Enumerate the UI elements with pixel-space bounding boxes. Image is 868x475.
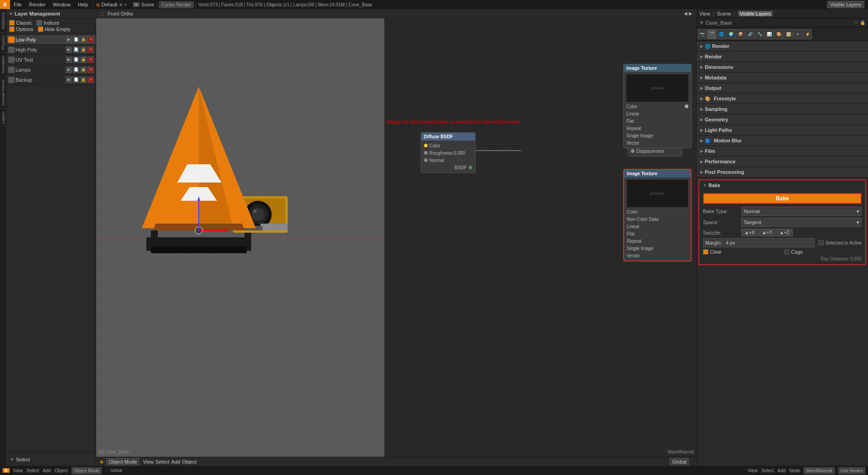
rtab-camera[interactable]: 📷: [698, 29, 707, 39]
layer-item-low-poly[interactable]: Low Poly ▶ 📄 🔒 ✕: [6, 35, 96, 45]
use-nodes-btn[interactable]: Use Nodes: [838, 467, 865, 474]
layer-btn-del[interactable]: ✕: [88, 37, 94, 43]
tab-physics[interactable]: Physics: [0, 32, 6, 52]
options-checkbox[interactable]: Options: [9, 26, 33, 32]
layer-btn-uv-1[interactable]: ▶: [66, 57, 72, 63]
menu-render[interactable]: Render: [26, 0, 49, 9]
layer-btn-1[interactable]: ▶: [66, 37, 72, 43]
layer-btn-lamp-1[interactable]: ▶: [66, 67, 72, 73]
swizzle-x-btn[interactable]: ▲ +X: [741, 229, 758, 236]
dimensions-header[interactable]: ▶ Dimensions: [697, 62, 868, 72]
space-label: Space:: [703, 219, 739, 225]
swizzle-z-btn[interactable]: ▲ +Z: [776, 229, 793, 236]
layer-item-lamps[interactable]: Lamps ▶ 📄 🔒 ✕: [6, 65, 96, 75]
layer-btn-uv-2[interactable]: 📄: [73, 57, 79, 63]
blender-logo[interactable]: B: [0, 0, 10, 9]
rtab-physics[interactable]: ⚡: [803, 29, 812, 39]
clear-cb-icon[interactable]: [703, 249, 708, 255]
add-btn[interactable]: Add: [171, 459, 181, 465]
tab-animation[interactable]: Animation: [0, 52, 6, 77]
motion-blur-header[interactable]: ▶ 🔵 Motion Blur: [697, 136, 868, 146]
hide-empty-checkbox[interactable]: Hide Empty: [38, 26, 71, 32]
node-right[interactable]: Node: [789, 468, 800, 473]
rtab-data[interactable]: 📊: [765, 29, 774, 39]
rtab-particle[interactable]: ✦: [793, 29, 802, 39]
object-mode-bottom[interactable]: Object Mode: [72, 467, 102, 474]
layer-btn-hp-3[interactable]: 🔒: [80, 47, 87, 53]
menu-help[interactable]: Help: [74, 0, 92, 9]
layer-btn-hp-1[interactable]: ▶: [66, 47, 72, 53]
render-header[interactable]: ▶ Render: [697, 52, 868, 62]
layer-btn-bk-3[interactable]: 🔒: [80, 77, 87, 83]
geometry-header[interactable]: ▶ Geometry: [697, 115, 868, 125]
tab-layers[interactable]: Layers: [0, 108, 6, 126]
view-tab[interactable]: View: [699, 11, 710, 16]
layer-btn-bk-1[interactable]: ▶: [66, 77, 72, 83]
layer-btn-uv-del[interactable]: ✕: [88, 57, 94, 63]
rtab-material[interactable]: 🎨: [774, 29, 783, 39]
layer-item-backup[interactable]: Backup ▶ 📄 🔒 ✕: [6, 75, 96, 85]
tab-relations[interactable]: Relations: [0, 9, 6, 32]
classic-checkbox[interactable]: Classic: [9, 20, 32, 26]
view-btn[interactable]: View: [143, 459, 154, 465]
object-btn[interactable]: Object: [182, 459, 196, 465]
object-bottom[interactable]: Object: [55, 468, 68, 473]
render-engine[interactable]: Cycles Render: [159, 1, 194, 8]
rtab-object[interactable]: 📦: [736, 29, 745, 39]
performance-header[interactable]: ▶ Performance: [697, 157, 868, 167]
layer-btn-hp-2[interactable]: 📄: [73, 47, 79, 53]
global-dropdown[interactable]: Global: [670, 458, 689, 465]
layer-btn-3[interactable]: 🔒: [80, 37, 87, 43]
rtab-constraint[interactable]: 🔗: [745, 29, 754, 39]
selected-active-cb-icon[interactable]: [818, 240, 824, 245]
layer-btn-lamp-2[interactable]: 📄: [73, 67, 79, 73]
layer-btn-bk-2[interactable]: 📄: [73, 77, 79, 83]
space-dropdown[interactable]: Tangent ▾: [741, 218, 862, 227]
rtab-modifier[interactable]: 🔧: [755, 29, 764, 39]
rtab-texture[interactable]: 🖼️: [784, 29, 793, 39]
layer-item-uv-test[interactable]: UV Test ▶ 📄 🔒 ✕: [6, 55, 96, 65]
bake-type-dropdown[interactable]: Normal ▾: [741, 207, 862, 216]
material-node-bottom[interactable]: MainMaterial: [804, 467, 834, 474]
output-header[interactable]: ▶ Output: [697, 83, 868, 93]
tab-grease-pencil[interactable]: Grease Pencil: [0, 77, 6, 109]
indices-checkbox[interactable]: Indices: [36, 20, 59, 26]
select-bottom[interactable]: Select: [26, 468, 39, 473]
rtab-render[interactable]: 🎬: [707, 29, 716, 39]
viewport-nav-icon[interactable]: ◀ ▶: [684, 11, 692, 16]
visible-layers-tab[interactable]: Visible Layers: [738, 11, 773, 16]
layer-item-high-poly[interactable]: High Poly ▶ 📄 🔒 ✕: [6, 45, 96, 55]
sampling-section: ▶ Sampling: [697, 104, 868, 115]
cage-cb-icon[interactable]: [784, 249, 790, 255]
add-bottom[interactable]: Add: [43, 468, 51, 473]
layer-btn-lamp-del[interactable]: ✕: [88, 67, 94, 73]
freestyle-header[interactable]: ▶ 🎨 Freestyle: [697, 94, 868, 104]
layer-btn-bk-del[interactable]: ✕: [88, 77, 94, 83]
bake-button[interactable]: Bake: [703, 193, 862, 204]
menu-file[interactable]: File: [10, 0, 26, 9]
layer-btn-2[interactable]: 📄: [73, 37, 79, 43]
menu-window[interactable]: Window: [49, 0, 74, 9]
layer-btn-hp-del[interactable]: ✕: [88, 47, 94, 53]
rtab-world[interactable]: 🌍: [726, 29, 735, 39]
scene-section-header[interactable]: ▶ 🌐 Render: [697, 41, 868, 51]
scene-selector[interactable]: Scene: [141, 2, 154, 7]
film-header[interactable]: ▶ Film: [697, 146, 868, 156]
rtab-scene[interactable]: 🌐: [717, 29, 726, 39]
sampling-header[interactable]: ▶ Sampling: [697, 104, 868, 114]
add-right[interactable]: Add: [778, 468, 786, 473]
cage-label: Cage: [791, 249, 803, 255]
light-paths-header[interactable]: ▶ Light Paths: [697, 125, 868, 135]
select-btn-bottom[interactable]: Select: [155, 459, 170, 465]
select-right[interactable]: Select: [761, 468, 774, 473]
metadata-header[interactable]: ▶ Metadata: [697, 73, 868, 83]
post-processing-header[interactable]: ▶ Post Processing: [697, 167, 868, 177]
scene-tab[interactable]: Scene: [717, 11, 731, 16]
layer-btn-uv-3[interactable]: 🔒: [80, 57, 87, 63]
swizzle-y-btn[interactable]: ▲ +Y: [759, 229, 775, 236]
layer-btn-lamp-3[interactable]: 🔒: [80, 67, 87, 73]
view-right[interactable]: View: [748, 468, 758, 473]
view-bottom[interactable]: View: [13, 468, 23, 473]
bake-header[interactable]: ▼ Bake: [699, 180, 865, 190]
global-bottom[interactable]: Global: [110, 468, 122, 473]
